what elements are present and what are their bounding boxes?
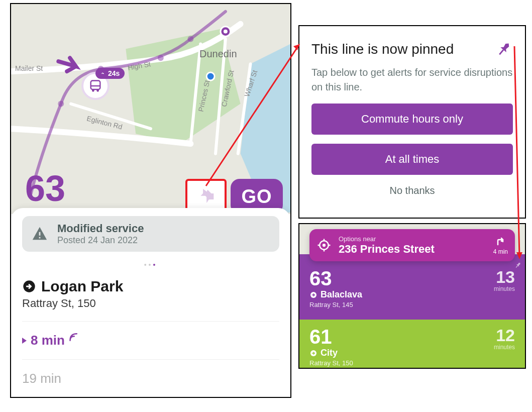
arrow-circle-icon: [22, 279, 36, 293]
divider: [22, 359, 279, 360]
line-card-63[interactable]: 63 Balaclava Rattray St, 145 13 minutes: [299, 254, 525, 320]
line-card-61[interactable]: 61 City Rattray St, 150 12 minutes: [299, 320, 525, 368]
line-number: 63: [25, 168, 65, 209]
map[interactable]: Dunedin Mailer St High St Eglinton Rd Pr…: [11, 4, 290, 214]
arrow-circle-icon: [309, 291, 317, 299]
svg-rect-7: [91, 81, 100, 90]
svg-rect-14: [499, 49, 504, 55]
line-number: 61: [309, 327, 353, 347]
destination-row: Logan Park: [22, 278, 279, 295]
svg-point-2: [158, 55, 164, 61]
live-signal-icon: [69, 332, 79, 342]
line-eta-unit: minutes: [494, 285, 515, 292]
dialog-subtitle: Tap below to get alerts for service disr…: [311, 65, 513, 94]
bus-marker[interactable]: 24s: [81, 72, 110, 100]
svg-rect-12: [39, 237, 41, 238]
pinned-confirmation-dialog: This line is now pinned Tap below to get…: [298, 25, 526, 219]
line-stop: Rattray St, 150: [309, 359, 353, 367]
nearby-lines-screen: 63 Balaclava Rattray St, 145 13 minutes …: [298, 223, 526, 369]
svg-point-5: [224, 30, 228, 34]
svg-rect-11: [39, 232, 41, 235]
destination-stop: Rattray St, 150: [22, 297, 279, 310]
line-detail-card: Modified service Posted 24 Jan 2022 ••• …: [11, 208, 290, 398]
svg-point-19: [323, 244, 326, 247]
svg-point-3: [187, 36, 193, 42]
pin-icon: [495, 40, 513, 58]
svg-point-6: [206, 72, 215, 80]
pin-icon: [514, 261, 522, 269]
svg-point-0: [58, 101, 64, 107]
pin-icon: [196, 186, 216, 207]
bus-eta-badge: 24s: [95, 68, 125, 79]
svg-point-9: [92, 89, 94, 92]
search-label: Options near: [339, 235, 486, 243]
divider: [22, 321, 279, 322]
line-destination: City: [309, 348, 353, 358]
search-value: 236 Princes Street: [339, 243, 486, 256]
no-thanks-link[interactable]: No thanks: [311, 185, 513, 196]
pager-dots[interactable]: •••: [22, 261, 279, 269]
crosshair-icon: [316, 238, 332, 253]
location-search-bar[interactable]: Options near 236 Princes Street 4 min: [309, 229, 515, 261]
svg-rect-15: [516, 265, 518, 268]
street-label: Mailer St: [15, 64, 43, 72]
warning-icon: [31, 226, 48, 243]
commute-hours-button[interactable]: Commute hours only: [311, 104, 513, 135]
all-times-button[interactable]: At all times: [311, 144, 513, 175]
arrival-next[interactable]: 8 min: [22, 333, 279, 348]
line-number: 63: [309, 268, 362, 288]
caret-icon: [22, 338, 27, 344]
line-destination: Balaclava: [309, 289, 362, 300]
destination-name: Logan Park: [41, 278, 123, 295]
alert-title: Modified service: [57, 222, 144, 235]
line-eta: 13: [494, 268, 515, 285]
service-alert-banner[interactable]: Modified service Posted 24 Jan 2022: [22, 216, 279, 252]
arrival-after[interactable]: 19 min: [22, 371, 279, 386]
dialog-title: This line is now pinned: [311, 41, 454, 57]
line-eta: 12: [494, 327, 515, 344]
alert-posted: Posted 24 Jan 2022: [57, 235, 144, 246]
directions-icon: [494, 235, 506, 247]
walk-time: 4 min: [493, 235, 508, 255]
svg-point-10: [96, 89, 99, 92]
map-area-label: Dunedin: [199, 48, 237, 60]
line-eta-unit: minutes: [494, 344, 515, 351]
arrow-circle-icon: [309, 349, 317, 357]
transit-line-screen: Dunedin Mailer St High St Eglinton Rd Pr…: [10, 3, 291, 398]
line-stop: Rattray St, 145: [309, 301, 362, 308]
